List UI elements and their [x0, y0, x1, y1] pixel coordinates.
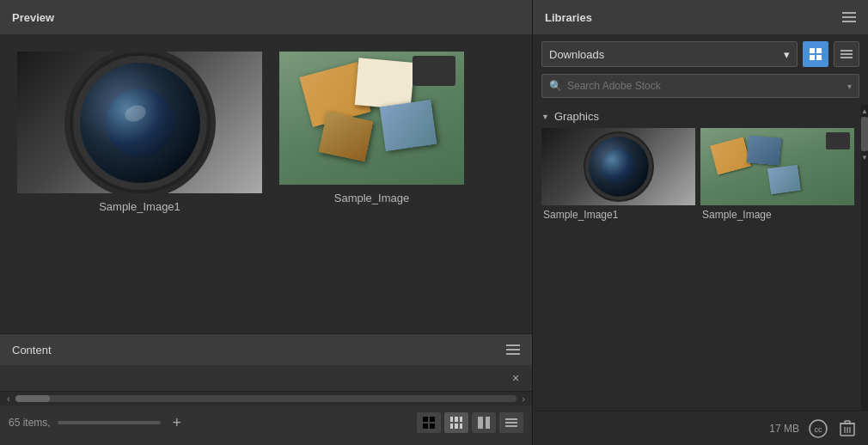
libraries-title: Libraries [545, 11, 592, 24]
search-bar[interactable]: 🔍 ▾ [541, 74, 859, 98]
content-title: Content [12, 344, 52, 357]
view-buttons [417, 412, 523, 433]
graphic-thumb-1 [541, 128, 695, 205]
scroll-down-arrow[interactable]: ▼ [861, 151, 868, 163]
item-count: 65 items, [9, 417, 51, 429]
mini-lens-1 [589, 137, 649, 197]
grid-icon [423, 417, 435, 429]
zoom-slider[interactable] [58, 421, 161, 424]
libraries-toolbar: Downloads ▾ [533, 34, 868, 74]
dropdown-chevron: ▾ [784, 48, 790, 61]
content-header: Content [0, 334, 532, 365]
libraries-scroll-content: ▼ Graphics Sample_Image1 [533, 105, 868, 411]
delete-icon[interactable] [837, 418, 858, 439]
library-dropdown[interactable]: Downloads ▾ [541, 41, 798, 67]
graphic-label-1: Sample_Image1 [541, 205, 695, 222]
libraries-footer: 17 MB cc [533, 411, 868, 445]
camera-small [413, 56, 455, 86]
dropdown-value: Downloads [549, 48, 604, 61]
preview-item-1[interactable]: Sample_Image1 [17, 52, 262, 213]
lens-inner [106, 88, 174, 157]
left-panel: Preview Sample_Image1 [0, 0, 533, 445]
two-col-icon [478, 417, 490, 429]
lens-circle [80, 63, 200, 183]
add-button[interactable]: + [168, 413, 186, 432]
graphic-label-2: Sample_Image [700, 205, 854, 222]
preview-area: Sample_Image1 Sample_Image [0, 34, 532, 333]
preview-thumb-2[interactable] [279, 52, 464, 185]
scroll-left-arrow[interactable]: ‹ [5, 393, 12, 404]
list-icon-lib [840, 50, 853, 58]
mini-camera [826, 132, 850, 149]
photo-card-3 [380, 100, 437, 151]
grid-view-button[interactable] [417, 412, 441, 433]
graphic-item-2[interactable]: Sample_Image [700, 128, 854, 222]
scroll-bar-area: ‹ › [0, 392, 532, 405]
search-input[interactable] [567, 80, 842, 92]
graphics-section-label: Graphics [554, 110, 599, 123]
footer-size: 17 MB [769, 423, 799, 435]
preview-label-2: Sample_Image [334, 192, 409, 204]
mini-photo-3 [767, 165, 801, 195]
content-toolbar: × [0, 365, 532, 392]
v-scrollbar[interactable]: ▲ ▼ [861, 105, 868, 411]
scroll-up-arrow[interactable]: ▲ [861, 105, 868, 117]
graphics-section-header[interactable]: ▼ Graphics [541, 105, 854, 128]
section-triangle-icon: ▼ [541, 113, 549, 121]
content-menu-icon[interactable] [506, 344, 520, 355]
svg-text:cc: cc [815, 425, 823, 434]
two-col-view-button[interactable] [472, 412, 496, 433]
preview-header: Preview [0, 0, 532, 34]
mini-photo-1 [710, 137, 751, 174]
creative-cloud-icon[interactable]: cc [808, 418, 828, 439]
libraries-scroll-wrap: ▼ Graphics Sample_Image1 [533, 105, 868, 411]
scroll-right-arrow[interactable]: › [520, 393, 527, 404]
mini-photo-2 [747, 135, 782, 165]
libraries-menu-icon[interactable] [842, 12, 856, 22]
preview-title: Preview [12, 11, 54, 24]
library-grid-view-button[interactable] [803, 41, 828, 67]
list-view-button[interactable] [499, 412, 523, 433]
list-icon [505, 418, 517, 427]
preview-thumb-1[interactable] [17, 52, 262, 193]
content-bottom: 65 items, + [0, 405, 532, 440]
grid-3-icon [450, 417, 462, 429]
scroll-thumb [15, 395, 50, 402]
photo-card-2 [355, 58, 415, 109]
scroll-track[interactable] [15, 395, 517, 402]
grid-icon-lib [810, 48, 822, 60]
library-list-view-button[interactable] [834, 41, 859, 67]
graphic-item-1[interactable]: Sample_Image1 [541, 128, 695, 222]
svg-rect-4 [845, 421, 850, 424]
graphic-thumb-2 [700, 128, 854, 205]
grid-active-view-button[interactable] [444, 412, 468, 433]
lens-highlight [123, 102, 149, 124]
preview-item-2[interactable]: Sample_Image [279, 52, 464, 204]
graphics-grid: Sample_Image1 Sample_Image [541, 128, 854, 229]
content-close-button[interactable]: × [508, 370, 523, 386]
right-panel: Libraries Downloads ▾ [533, 0, 868, 445]
libraries-header: Libraries [533, 0, 868, 34]
content-section: Content × ‹ › 65 items, + [0, 333, 532, 445]
mini-lens-inner-1 [602, 149, 636, 184]
search-chevron-icon: ▾ [847, 82, 852, 91]
v-scrollbar-thumb[interactable] [861, 117, 868, 151]
preview-label-1: Sample_Image1 [99, 200, 180, 213]
search-icon: 🔍 [549, 80, 562, 92]
